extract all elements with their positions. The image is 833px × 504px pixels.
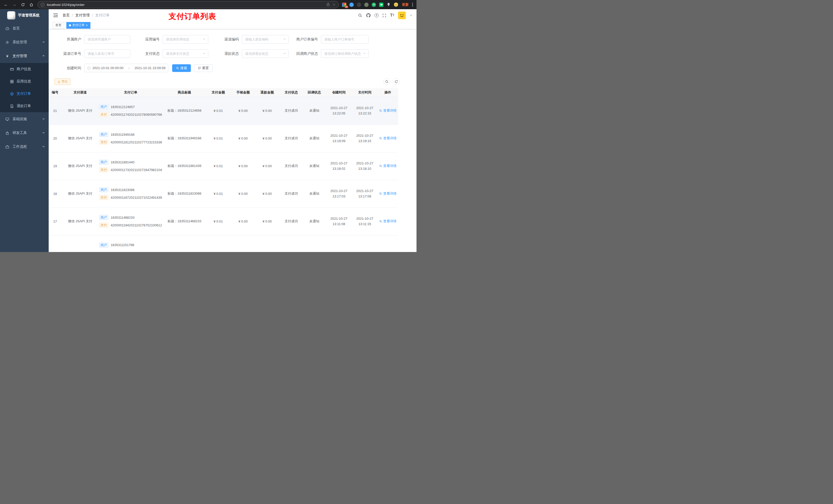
close-icon[interactable]: × (86, 24, 88, 27)
view-detail-link[interactable]: 查看详情 (379, 219, 397, 223)
cell-notify: 未通知 (303, 97, 326, 124)
sidebar-fold-icon[interactable] (52, 12, 59, 19)
cell-channel: 微信 JSAPI 支付 (63, 97, 97, 124)
extension-v-icon[interactable]: V (372, 3, 376, 7)
filter-label: 退款状态 (208, 51, 242, 56)
pin-icon[interactable] (386, 3, 391, 7)
filter-label: 应用编号 (130, 37, 163, 42)
browser-forward-button[interactable]: → (11, 1, 18, 8)
pay-order-no: 4200001194202110276752100612 (111, 223, 162, 227)
extension-dark-icon[interactable] (357, 3, 361, 7)
user-avatar[interactable] (398, 11, 406, 19)
refresh-icon[interactable] (393, 78, 400, 85)
cell-refund: ¥ 0.00 (255, 124, 280, 152)
browser-update-button[interactable]: 更新 (402, 2, 409, 7)
chevron-down-icon (283, 52, 286, 55)
card-icon (10, 67, 14, 71)
extension-drop-icon[interactable] (349, 3, 354, 7)
filter-label: 渠道编码 (208, 37, 242, 42)
range-end: 2021-10-31 23:59:59 (135, 66, 165, 70)
merchant-order-no: 1635311151786 (111, 243, 134, 247)
url-text: localhost:1024/pay/order (47, 3, 324, 7)
sidebar-item-home[interactable]: 首页 (0, 22, 49, 35)
breadcrumb-separator: / (72, 13, 73, 18)
breadcrumb-home[interactable]: 首页 (63, 13, 70, 18)
cell-title: 标题：1635311881439 (164, 152, 205, 180)
lock-icon (5, 131, 9, 135)
merchant-input[interactable] (84, 35, 130, 44)
chevron-down-icon (203, 52, 206, 55)
chevron-down-icon (42, 117, 45, 121)
col-paid: 支付时间 (352, 88, 378, 97)
merchant-order-no: 1635311468233 (111, 216, 135, 219)
view-detail-link[interactable]: 查看详情 (379, 191, 397, 196)
address-bar[interactable]: i localhost:1024/pay/order ☆ (38, 1, 339, 8)
profile-avatar-icon[interactable] (394, 3, 398, 7)
fullscreen-icon[interactable] (382, 14, 386, 18)
clock-icon (87, 66, 91, 70)
extension-olive-icon[interactable] (364, 3, 368, 7)
browser-back-button[interactable]: ← (3, 1, 9, 8)
sidebar-item-dev-tools[interactable]: 研发工具 (0, 126, 49, 140)
sidebar-item-infra[interactable]: 基础设施 (0, 112, 49, 126)
sidebar-item-workflow[interactable]: 工作流程 (0, 140, 49, 154)
toggle-search-icon[interactable] (383, 78, 390, 85)
create-time-range-picker[interactable]: 2021-10-01 00:00:00 - 2021-10-31 23:59:5… (84, 64, 168, 72)
breadcrumb-separator: / (92, 13, 93, 18)
channel-order-no-input[interactable] (84, 49, 130, 58)
breadcrumb: 首页 / 支付管理 / 支付订单 (63, 13, 110, 18)
font-size-icon[interactable]: TT (390, 13, 394, 18)
search-icon[interactable] (358, 13, 362, 18)
app-no-select[interactable]: 请选择应用信息 (163, 35, 208, 44)
cell-paid: 2021-10-2713:22:15 (352, 97, 378, 124)
merchant-order-no-input[interactable] (321, 35, 368, 44)
browser-home-button[interactable] (28, 1, 34, 8)
cell-fee: ¥ 0.00 (232, 124, 255, 152)
bookmark-star-icon[interactable]: ☆ (332, 3, 336, 7)
browser-reload-button[interactable] (20, 1, 26, 8)
export-button[interactable]: 导出 (54, 78, 71, 85)
cell-created: 2021-10-2713:11:08 (326, 208, 352, 235)
document-icon (10, 104, 14, 108)
cell-fee: ¥ 0.00 (232, 97, 255, 124)
browser-menu-icon[interactable] (411, 2, 414, 7)
chevron-down-icon (203, 38, 206, 41)
refund-status-select[interactable]: 请选择退款状态 (242, 49, 289, 58)
sidebar-item-app-info[interactable]: 应用信息 (0, 75, 49, 88)
site-info-icon[interactable]: i (41, 3, 45, 7)
reset-button[interactable]: 重置 (194, 64, 213, 72)
sidebar-item-pay[interactable]: ¥ 支付管理 (0, 49, 49, 63)
view-detail-link[interactable]: 查看详情 (379, 136, 397, 141)
tab-home[interactable]: 首页 (53, 22, 64, 29)
view-detail-link[interactable]: 查看详情 (379, 164, 397, 168)
view-detail-link[interactable]: 查看详情 (379, 108, 397, 113)
tab-pay-order[interactable]: 支付订单 × (66, 22, 90, 29)
cell-amount: ¥ 0.01 (205, 180, 232, 208)
sidebar-item-pay-order[interactable]: 支付订单 (0, 88, 49, 100)
sidebar-item-label: 支付订单 (17, 91, 31, 96)
logo[interactable]: 芋道管理系统 (0, 9, 49, 22)
channel-code-select[interactable]: 请输入渠道编码 (242, 35, 289, 44)
extension-chat-icon[interactable] (379, 3, 383, 7)
help-icon[interactable]: ? (375, 13, 379, 18)
pay-status-select[interactable]: 请选择支付状态 (163, 49, 208, 58)
avatar-caret-icon[interactable] (410, 13, 413, 18)
cell-channel: 微信 JSAPI 支付 (63, 124, 97, 152)
cell-notify: 未通知 (303, 180, 326, 208)
cell-channel: 微信 JSAPI 支付 (63, 208, 97, 235)
notify-status-select[interactable]: 请选择订单回调商户状态 (321, 49, 368, 58)
share-icon[interactable] (326, 3, 330, 7)
grid-icon (10, 79, 14, 84)
sidebar-item-refund-order[interactable]: 退款订单 (0, 100, 49, 112)
search-button[interactable]: 搜索 (172, 64, 191, 72)
tags-view-bar: 首页 支付订单 × (49, 22, 416, 29)
sidebar-item-label: 工作流程 (13, 144, 27, 149)
cell-order: 商户 1635311468233 支付 42000011942021102767… (97, 208, 164, 235)
sidebar-item-system[interactable]: 系统管理 (0, 35, 49, 49)
breadcrumb-pay[interactable]: 支付管理 (75, 13, 90, 18)
github-icon[interactable] (366, 13, 371, 18)
extension-colorful-icon[interactable]: 10 (342, 3, 346, 7)
sidebar-item-label: 支付管理 (13, 54, 27, 58)
sidebar-item-merchant-info[interactable]: 商户信息 (0, 63, 49, 75)
cell-status: 支付成功 (280, 124, 303, 152)
